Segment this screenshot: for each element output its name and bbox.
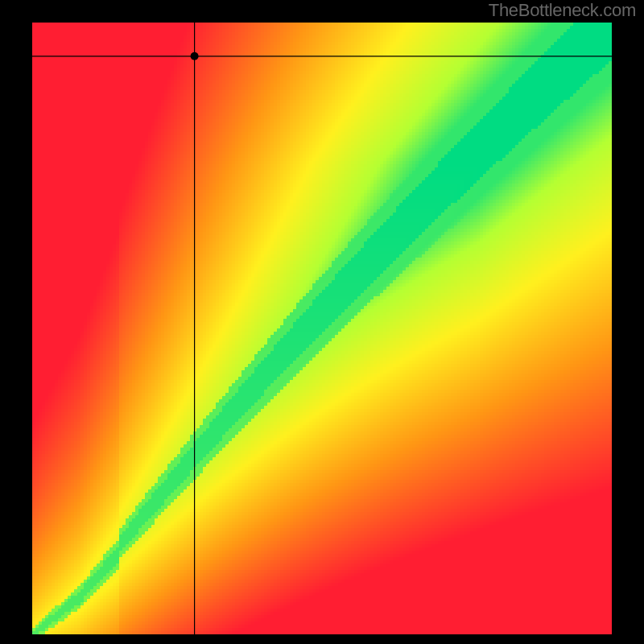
plot-area	[32, 23, 612, 634]
bottleneck-heatmap	[32, 23, 612, 634]
outer-frame: TheBottleneck.com	[0, 0, 644, 644]
watermark-text: TheBottleneck.com	[489, 0, 636, 21]
